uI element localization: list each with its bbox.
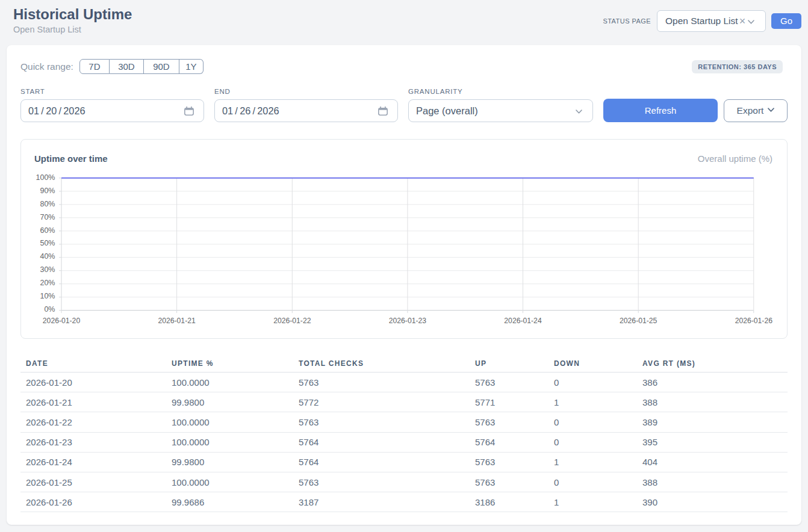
svg-text:2026-01-26: 2026-01-26 bbox=[735, 317, 773, 325]
svg-text:2026-01-25: 2026-01-25 bbox=[620, 317, 657, 325]
svg-text:2026-01-23: 2026-01-23 bbox=[389, 317, 427, 325]
svg-text:100%: 100% bbox=[36, 173, 55, 182]
svg-text:70%: 70% bbox=[40, 213, 55, 221]
svg-text:30%: 30% bbox=[40, 265, 55, 274]
svg-text:90%: 90% bbox=[40, 187, 55, 195]
svg-text:80%: 80% bbox=[40, 200, 55, 208]
svg-text:2026-01-21: 2026-01-21 bbox=[158, 317, 196, 325]
svg-text:2026-01-24: 2026-01-24 bbox=[504, 317, 542, 325]
svg-text:0%: 0% bbox=[44, 305, 55, 314]
svg-text:2026-01-22: 2026-01-22 bbox=[273, 317, 311, 325]
svg-text:2026-01-20: 2026-01-20 bbox=[43, 317, 81, 325]
svg-text:10%: 10% bbox=[40, 292, 55, 300]
svg-text:20%: 20% bbox=[40, 279, 55, 287]
svg-text:50%: 50% bbox=[40, 239, 55, 247]
svg-text:60%: 60% bbox=[40, 226, 55, 235]
svg-text:40%: 40% bbox=[40, 252, 55, 261]
